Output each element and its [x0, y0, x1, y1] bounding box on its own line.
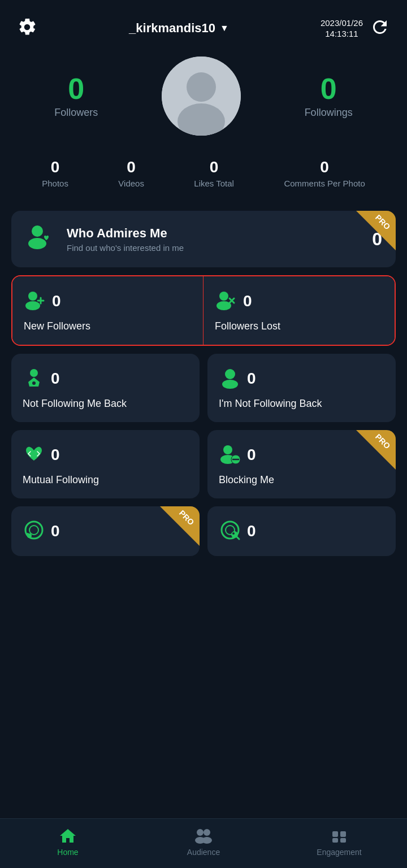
- cards-section: Who Admires Me Find out who's interested…: [0, 205, 407, 562]
- header-right-controls: 2023/01/26 14:13:11: [321, 17, 390, 40]
- highlighted-cards-grid: 0 New Followers 0 Followers Lost: [11, 275, 396, 346]
- who-admires-text: Who Admires Me Find out who's interested…: [67, 226, 362, 253]
- svg-point-15: [225, 369, 235, 379]
- new-followers-top: 0: [24, 289, 192, 314]
- not-following-them-card[interactable]: 0 I'm Not Following Back: [207, 354, 396, 422]
- reach-count: 0: [51, 522, 60, 540]
- svg-point-13: [30, 369, 38, 377]
- followers-lost-label: Followers Lost: [215, 320, 383, 332]
- svg-point-16: [222, 380, 238, 389]
- new-followers-card[interactable]: 0 New Followers: [12, 276, 204, 345]
- profile-section: 0 Followers 0 Followings: [0, 45, 407, 153]
- svg-rect-37: [340, 838, 346, 843]
- who-admires-subtitle: Find out who's interested in me: [67, 243, 362, 253]
- views-card[interactable]: 0: [207, 506, 396, 556]
- photos-stat[interactable]: 0 Photos: [42, 158, 68, 188]
- comments-stat[interactable]: 0 Comments Per Photo: [284, 158, 365, 188]
- svg-rect-35: [340, 831, 346, 837]
- follow-back-cards-grid: 0 Not Following Me Back 0 I'm Not Follow…: [11, 354, 396, 422]
- followings-stat[interactable]: 0 Followings: [305, 74, 353, 119]
- not-following-them-count: 0: [247, 370, 256, 388]
- mutual-following-top: 0: [23, 442, 188, 467]
- svg-point-31: [204, 829, 210, 836]
- reach-top: 0: [23, 519, 188, 544]
- svg-rect-34: [332, 831, 338, 837]
- nav-audience-label: Audience: [187, 848, 220, 857]
- heart-arrows-icon: [23, 442, 45, 467]
- reach-card[interactable]: 0 PRO: [11, 506, 200, 556]
- views-top: 0: [219, 519, 384, 544]
- svg-point-6: [25, 301, 40, 310]
- followers-stat[interactable]: 0 Followers: [54, 74, 98, 119]
- svg-point-5: [28, 292, 37, 301]
- refresh-icon[interactable]: [370, 17, 390, 40]
- not-following-back-card[interactable]: 0 Not Following Me Back: [11, 354, 200, 422]
- svg-line-29: [237, 537, 239, 539]
- svg-point-1: [187, 72, 216, 102]
- username-text: _kirkmandis10: [129, 21, 215, 36]
- svg-point-22: [29, 526, 38, 535]
- svg-point-9: [219, 292, 228, 301]
- svg-point-14: [32, 381, 36, 385]
- likes-stat[interactable]: 0 Likes Total: [194, 158, 234, 188]
- reach-icon: [23, 519, 45, 544]
- user-plus-icon: [24, 289, 46, 314]
- followers-count: 0: [68, 74, 84, 103]
- not-following-back-top: 0: [23, 366, 188, 391]
- svg-point-30: [197, 829, 204, 836]
- mutual-following-count: 0: [51, 446, 60, 464]
- user-home-icon: [23, 366, 45, 391]
- blocking-me-count: 0: [247, 446, 256, 464]
- nav-engagement-label: Engagement: [317, 848, 361, 857]
- app-header: _kirkmandis10 ▼ 2023/01/26 14:13:11: [0, 0, 407, 45]
- blocking-me-top: 0: [219, 442, 384, 467]
- avatar[interactable]: [162, 57, 241, 136]
- chevron-down-icon: ▼: [220, 23, 229, 33]
- blocking-me-label: Blocking Me: [219, 474, 384, 486]
- svg-point-4: [28, 238, 46, 249]
- datetime-display: 2023/01/26 14:13:11: [321, 18, 363, 40]
- views-count: 0: [247, 522, 256, 540]
- mutual-following-card[interactable]: 0 Mutual Following: [11, 430, 200, 498]
- user-plain-icon: [219, 366, 241, 391]
- bottom-nav: Home Audience Engagement: [0, 818, 407, 868]
- nav-audience[interactable]: Audience: [136, 827, 271, 857]
- svg-rect-36: [332, 838, 338, 843]
- svg-point-24: [27, 533, 29, 535]
- views-icon: [219, 519, 241, 544]
- nav-home-label: Home: [57, 848, 78, 857]
- new-followers-label: New Followers: [24, 320, 192, 332]
- svg-point-28: [232, 532, 235, 535]
- who-admires-card[interactable]: Who Admires Me Find out who's interested…: [11, 211, 396, 267]
- not-following-them-top: 0: [219, 366, 384, 391]
- user-block-icon: [219, 442, 241, 467]
- blocking-me-card[interactable]: 0 Blocking Me PRO: [207, 430, 396, 498]
- nav-engagement[interactable]: Engagement: [271, 827, 407, 857]
- who-admires-title: Who Admires Me: [67, 226, 362, 241]
- followers-lost-card[interactable]: 0 Followers Lost: [204, 276, 395, 345]
- svg-point-33: [202, 837, 212, 844]
- not-following-back-label: Not Following Me Back: [23, 398, 188, 410]
- who-admires-icon: [25, 222, 57, 256]
- user-x-icon: [215, 289, 237, 314]
- followers-label: Followers: [54, 107, 98, 119]
- not-following-back-count: 0: [51, 370, 60, 388]
- followings-label: Followings: [305, 107, 353, 119]
- mini-stats-row: 0 Photos 0 Videos 0 Likes Total 0 Commen…: [0, 153, 407, 205]
- mutual-following-label: Mutual Following: [23, 474, 188, 486]
- nav-home[interactable]: Home: [0, 827, 136, 857]
- followers-lost-top: 0: [215, 289, 383, 314]
- videos-stat[interactable]: 0 Videos: [118, 158, 144, 188]
- followers-lost-count: 0: [243, 292, 252, 310]
- new-followers-count: 0: [52, 292, 61, 310]
- not-following-them-label: I'm Not Following Back: [219, 398, 384, 410]
- settings-icon[interactable]: [17, 17, 37, 40]
- svg-point-17: [223, 445, 232, 454]
- reach-views-cards-grid: 0 PRO 0: [11, 506, 396, 556]
- username-display[interactable]: _kirkmandis10 ▼: [129, 21, 229, 36]
- svg-point-3: [32, 225, 43, 237]
- followings-count: 0: [321, 74, 337, 103]
- mutual-blocking-cards-grid: 0 Mutual Following 0 Blocking Me PRO: [11, 430, 396, 498]
